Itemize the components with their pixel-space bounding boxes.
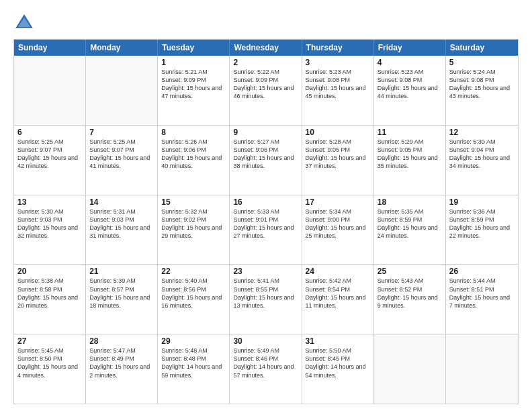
day-number: 7 bbox=[89, 128, 154, 137]
day-number: 19 bbox=[449, 197, 515, 207]
day-number: 20 bbox=[17, 267, 82, 276]
weekday-header: Thursday bbox=[302, 40, 374, 56]
day-number: 8 bbox=[161, 128, 226, 137]
day-number: 11 bbox=[378, 128, 442, 137]
day-number: 26 bbox=[449, 267, 515, 276]
calendar-row: 1Sunrise: 5:21 AM Sunset: 9:09 PM Daylig… bbox=[14, 56, 518, 125]
cell-info: Sunrise: 5:25 AM Sunset: 9:07 PM Dayligh… bbox=[17, 138, 82, 171]
page: SundayMondayTuesdayWednesdayThursdayFrid… bbox=[0, 0, 532, 411]
calendar-cell bbox=[86, 56, 158, 125]
calendar-body: 1Sunrise: 5:21 AM Sunset: 9:09 PM Daylig… bbox=[14, 56, 518, 404]
day-number: 16 bbox=[233, 197, 298, 207]
calendar-cell: 19Sunrise: 5:36 AM Sunset: 8:59 PM Dayli… bbox=[446, 195, 518, 265]
day-number: 5 bbox=[449, 58, 515, 67]
cell-info: Sunrise: 5:34 AM Sunset: 9:00 PM Dayligh… bbox=[306, 208, 370, 240]
day-number: 18 bbox=[378, 197, 442, 207]
weekday-header: Saturday bbox=[446, 40, 518, 56]
calendar-row: 6Sunrise: 5:25 AM Sunset: 9:07 PM Daylig… bbox=[14, 125, 518, 195]
day-number: 22 bbox=[161, 267, 226, 276]
calendar-cell: 11Sunrise: 5:29 AM Sunset: 9:05 PM Dayli… bbox=[374, 126, 446, 195]
cell-info: Sunrise: 5:22 AM Sunset: 9:09 PM Dayligh… bbox=[233, 68, 298, 101]
calendar-cell: 14Sunrise: 5:31 AM Sunset: 9:03 PM Dayli… bbox=[86, 195, 158, 265]
day-number: 12 bbox=[449, 128, 515, 137]
weekday-header: Wednesday bbox=[230, 40, 302, 56]
cell-info: Sunrise: 5:32 AM Sunset: 9:02 PM Dayligh… bbox=[161, 208, 226, 240]
day-number: 25 bbox=[378, 267, 442, 276]
calendar-cell: 17Sunrise: 5:34 AM Sunset: 9:00 PM Dayli… bbox=[302, 195, 374, 265]
cell-info: Sunrise: 5:44 AM Sunset: 8:51 PM Dayligh… bbox=[449, 277, 515, 310]
calendar-cell: 27Sunrise: 5:45 AM Sunset: 8:50 PM Dayli… bbox=[14, 334, 86, 404]
weekday-header: Tuesday bbox=[158, 40, 230, 56]
calendar-cell: 1Sunrise: 5:21 AM Sunset: 9:09 PM Daylig… bbox=[158, 56, 230, 125]
cell-info: Sunrise: 5:43 AM Sunset: 8:52 PM Dayligh… bbox=[378, 277, 442, 310]
cell-info: Sunrise: 5:47 AM Sunset: 8:49 PM Dayligh… bbox=[89, 347, 154, 379]
calendar-header: SundayMondayTuesdayWednesdayThursdayFrid… bbox=[14, 40, 518, 56]
cell-info: Sunrise: 5:30 AM Sunset: 9:04 PM Dayligh… bbox=[449, 138, 515, 171]
cell-info: Sunrise: 5:45 AM Sunset: 8:50 PM Dayligh… bbox=[17, 347, 82, 379]
cell-info: Sunrise: 5:25 AM Sunset: 9:07 PM Dayligh… bbox=[89, 138, 154, 171]
cell-info: Sunrise: 5:27 AM Sunset: 9:06 PM Dayligh… bbox=[233, 138, 298, 171]
day-number: 31 bbox=[306, 336, 370, 346]
calendar-cell: 6Sunrise: 5:25 AM Sunset: 9:07 PM Daylig… bbox=[14, 126, 86, 195]
calendar-cell: 9Sunrise: 5:27 AM Sunset: 9:06 PM Daylig… bbox=[230, 126, 302, 195]
day-number: 23 bbox=[233, 267, 298, 276]
day-number: 10 bbox=[306, 128, 370, 137]
cell-info: Sunrise: 5:41 AM Sunset: 8:55 PM Dayligh… bbox=[233, 277, 298, 310]
day-number: 24 bbox=[306, 267, 370, 276]
cell-info: Sunrise: 5:39 AM Sunset: 8:57 PM Dayligh… bbox=[89, 277, 154, 310]
calendar-cell: 7Sunrise: 5:25 AM Sunset: 9:07 PM Daylig… bbox=[86, 126, 158, 195]
calendar-cell: 30Sunrise: 5:49 AM Sunset: 8:46 PM Dayli… bbox=[230, 334, 302, 404]
calendar-cell: 21Sunrise: 5:39 AM Sunset: 8:57 PM Dayli… bbox=[86, 265, 158, 334]
cell-info: Sunrise: 5:21 AM Sunset: 9:09 PM Dayligh… bbox=[161, 68, 226, 101]
cell-info: Sunrise: 5:29 AM Sunset: 9:05 PM Dayligh… bbox=[378, 138, 442, 171]
cell-info: Sunrise: 5:33 AM Sunset: 9:01 PM Dayligh… bbox=[233, 208, 298, 240]
calendar-cell: 4Sunrise: 5:23 AM Sunset: 9:08 PM Daylig… bbox=[374, 56, 446, 125]
calendar: SundayMondayTuesdayWednesdayThursdayFrid… bbox=[13, 39, 519, 404]
cell-info: Sunrise: 5:23 AM Sunset: 9:08 PM Dayligh… bbox=[306, 68, 370, 101]
cell-info: Sunrise: 5:48 AM Sunset: 8:48 PM Dayligh… bbox=[161, 347, 226, 379]
day-number: 21 bbox=[89, 267, 154, 276]
calendar-cell bbox=[446, 334, 518, 404]
calendar-cell: 25Sunrise: 5:43 AM Sunset: 8:52 PM Dayli… bbox=[374, 265, 446, 334]
weekday-header: Monday bbox=[86, 40, 158, 56]
day-number: 27 bbox=[17, 336, 82, 346]
cell-info: Sunrise: 5:30 AM Sunset: 9:03 PM Dayligh… bbox=[17, 208, 82, 240]
calendar-cell: 8Sunrise: 5:26 AM Sunset: 9:06 PM Daylig… bbox=[158, 126, 230, 195]
calendar-cell: 12Sunrise: 5:30 AM Sunset: 9:04 PM Dayli… bbox=[446, 126, 518, 195]
day-number: 6 bbox=[17, 128, 82, 137]
day-number: 28 bbox=[89, 336, 154, 346]
day-number: 9 bbox=[233, 128, 298, 137]
calendar-cell: 24Sunrise: 5:42 AM Sunset: 8:54 PM Dayli… bbox=[302, 265, 374, 334]
cell-info: Sunrise: 5:31 AM Sunset: 9:03 PM Dayligh… bbox=[89, 208, 154, 240]
cell-info: Sunrise: 5:38 AM Sunset: 8:58 PM Dayligh… bbox=[17, 277, 82, 310]
calendar-cell bbox=[374, 334, 446, 404]
day-number: 1 bbox=[161, 58, 226, 67]
calendar-row: 13Sunrise: 5:30 AM Sunset: 9:03 PM Dayli… bbox=[14, 195, 518, 265]
weekday-header: Sunday bbox=[14, 40, 86, 56]
header bbox=[13, 12, 519, 34]
cell-info: Sunrise: 5:50 AM Sunset: 8:45 PM Dayligh… bbox=[306, 347, 370, 379]
day-number: 30 bbox=[233, 336, 298, 346]
day-number: 13 bbox=[17, 197, 82, 207]
cell-info: Sunrise: 5:26 AM Sunset: 9:06 PM Dayligh… bbox=[161, 138, 226, 171]
calendar-cell: 13Sunrise: 5:30 AM Sunset: 9:03 PM Dayli… bbox=[14, 195, 86, 265]
calendar-cell: 22Sunrise: 5:40 AM Sunset: 8:56 PM Dayli… bbox=[158, 265, 230, 334]
day-number: 17 bbox=[306, 197, 370, 207]
calendar-cell: 28Sunrise: 5:47 AM Sunset: 8:49 PM Dayli… bbox=[86, 334, 158, 404]
calendar-cell: 5Sunrise: 5:24 AM Sunset: 9:08 PM Daylig… bbox=[446, 56, 518, 125]
calendar-cell: 2Sunrise: 5:22 AM Sunset: 9:09 PM Daylig… bbox=[230, 56, 302, 125]
calendar-cell: 20Sunrise: 5:38 AM Sunset: 8:58 PM Dayli… bbox=[14, 265, 86, 334]
cell-info: Sunrise: 5:35 AM Sunset: 8:59 PM Dayligh… bbox=[378, 208, 442, 240]
cell-info: Sunrise: 5:28 AM Sunset: 9:05 PM Dayligh… bbox=[306, 138, 370, 171]
day-number: 4 bbox=[378, 58, 442, 67]
cell-info: Sunrise: 5:49 AM Sunset: 8:46 PM Dayligh… bbox=[233, 347, 298, 379]
weekday-header: Friday bbox=[374, 40, 446, 56]
cell-info: Sunrise: 5:36 AM Sunset: 8:59 PM Dayligh… bbox=[449, 208, 515, 240]
cell-info: Sunrise: 5:23 AM Sunset: 9:08 PM Dayligh… bbox=[378, 68, 442, 101]
day-number: 29 bbox=[161, 336, 226, 346]
calendar-cell: 16Sunrise: 5:33 AM Sunset: 9:01 PM Dayli… bbox=[230, 195, 302, 265]
cell-info: Sunrise: 5:40 AM Sunset: 8:56 PM Dayligh… bbox=[161, 277, 226, 310]
calendar-cell: 3Sunrise: 5:23 AM Sunset: 9:08 PM Daylig… bbox=[302, 56, 374, 125]
calendar-cell: 15Sunrise: 5:32 AM Sunset: 9:02 PM Dayli… bbox=[158, 195, 230, 265]
calendar-cell: 18Sunrise: 5:35 AM Sunset: 8:59 PM Dayli… bbox=[374, 195, 446, 265]
